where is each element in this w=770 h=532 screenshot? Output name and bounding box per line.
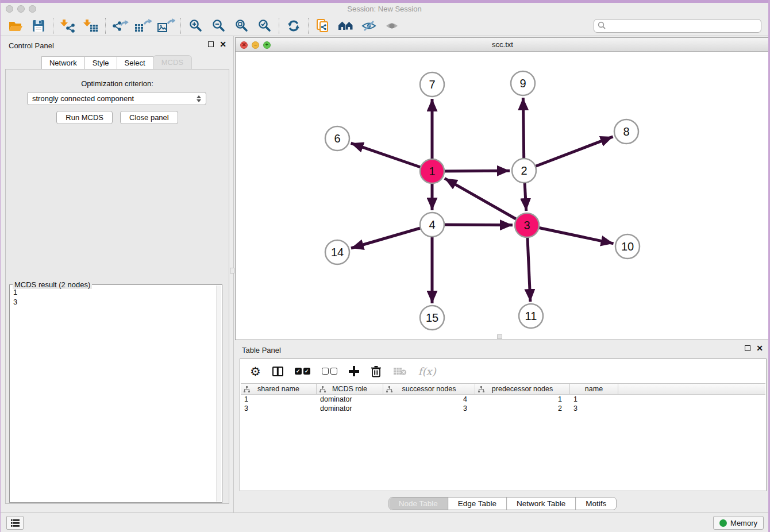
table-cell: 3 bbox=[569, 404, 618, 413]
import-network-button[interactable] bbox=[56, 17, 79, 34]
table-toolbar: ⚙ ✓✓ bbox=[240, 359, 766, 383]
close-window-icon[interactable] bbox=[6, 5, 13, 13]
svg-text:11: 11 bbox=[525, 310, 537, 322]
create-column-icon[interactable] bbox=[349, 366, 359, 376]
tab-style[interactable]: Style bbox=[84, 56, 117, 70]
graph-edge-1-6[interactable] bbox=[351, 143, 432, 171]
open-session-button[interactable] bbox=[4, 17, 27, 34]
tab-network[interactable]: Network bbox=[41, 56, 85, 70]
svg-text:3: 3 bbox=[523, 219, 530, 232]
graph-node-7[interactable]: 7 bbox=[420, 72, 444, 97]
export-table-button[interactable] bbox=[132, 17, 155, 34]
network-window: ✕ – + scc.txt 7968124314101511 bbox=[235, 37, 770, 340]
zoom-in-icon bbox=[188, 18, 203, 33]
tab-mcds[interactable]: MCDS bbox=[153, 55, 192, 70]
column-type-icon bbox=[478, 386, 484, 392]
graph-node-2[interactable]: 2 bbox=[512, 159, 536, 183]
column-header-name[interactable]: name bbox=[570, 384, 618, 394]
table-settings-icon[interactable]: ⚙ bbox=[250, 365, 261, 377]
save-floppy-icon bbox=[32, 19, 45, 33]
graph-node-10[interactable]: 10 bbox=[615, 234, 640, 259]
zoom-selected-button[interactable] bbox=[253, 17, 276, 34]
save-session-button[interactable] bbox=[27, 17, 50, 34]
graph-node-11[interactable]: 11 bbox=[519, 304, 543, 328]
graph-node-4[interactable]: 4 bbox=[420, 213, 444, 237]
close-panel-icon[interactable]: ✕ bbox=[220, 41, 226, 48]
apply-layout-button[interactable] bbox=[282, 17, 305, 34]
svg-text:2: 2 bbox=[521, 164, 527, 177]
column-header-mcds-role[interactable]: MCDS role bbox=[317, 384, 383, 394]
graph-node-14[interactable]: 14 bbox=[325, 240, 349, 264]
memory-button[interactable]: Memory bbox=[713, 516, 764, 530]
svg-text:7: 7 bbox=[429, 78, 435, 91]
zoom-in-button[interactable] bbox=[184, 17, 207, 34]
table-row[interactable]: 3dominator323 bbox=[240, 404, 766, 413]
graph-node-1[interactable]: 1 bbox=[420, 159, 444, 183]
session-titlebar[interactable]: Session: New Session bbox=[1, 3, 768, 16]
graph-node-3[interactable]: 3 bbox=[515, 213, 539, 237]
graph-edge-3-1[interactable] bbox=[445, 178, 527, 225]
tab-node-table[interactable]: Node Table bbox=[389, 498, 448, 510]
graph-node-9[interactable]: 9 bbox=[511, 71, 535, 95]
column-header-successor-nodes[interactable]: successor nodes bbox=[383, 384, 475, 394]
network-zoom-icon[interactable]: + bbox=[263, 41, 271, 49]
import-table-button[interactable] bbox=[79, 17, 102, 34]
network-close-icon[interactable]: ✕ bbox=[240, 41, 248, 49]
toolbar-separator bbox=[180, 18, 181, 34]
table-columns-icon[interactable] bbox=[272, 367, 283, 376]
table-row[interactable]: 1dominator411 bbox=[240, 395, 766, 404]
search-input[interactable] bbox=[606, 21, 757, 30]
graph-node-8[interactable]: 8 bbox=[614, 119, 638, 144]
clone-network-button[interactable] bbox=[311, 17, 334, 34]
tab-select[interactable]: Select bbox=[117, 56, 153, 70]
maximize-window-icon[interactable] bbox=[29, 5, 36, 13]
network-window-titlebar[interactable]: ✕ – + scc.txt bbox=[236, 38, 769, 52]
close-panel-button[interactable]: Close panel bbox=[120, 111, 178, 124]
hide-selected-button[interactable] bbox=[357, 17, 380, 34]
export-table-icon bbox=[134, 18, 152, 33]
zoom-out-icon bbox=[211, 18, 226, 33]
network-canvas[interactable]: 7968124314101511 bbox=[236, 52, 769, 340]
float-table-panel-icon[interactable] bbox=[745, 345, 750, 351]
select-all-columns-icon[interactable]: ✓✓ bbox=[295, 368, 310, 375]
export-image-button[interactable] bbox=[155, 17, 178, 34]
first-neighbors-button[interactable] bbox=[334, 17, 357, 34]
column-type-icon bbox=[319, 386, 326, 392]
column-header-predecessor-nodes[interactable]: predecessor nodes bbox=[475, 384, 570, 394]
control-panel-title: Control Panel bbox=[9, 41, 54, 50]
unselect-all-columns-icon[interactable] bbox=[322, 368, 337, 375]
column-header-shared-name[interactable]: shared name bbox=[241, 384, 317, 394]
export-network-button[interactable] bbox=[109, 17, 132, 34]
canvas-scroll-grip[interactable] bbox=[497, 334, 502, 339]
criterion-dropdown[interactable]: strongly connected component bbox=[27, 92, 206, 105]
svg-text:4: 4 bbox=[429, 218, 435, 231]
graph-edge-2-8[interactable] bbox=[524, 137, 613, 171]
tab-motifs[interactable]: Motifs bbox=[575, 498, 616, 510]
delete-table-icon bbox=[393, 367, 407, 376]
zoom-fit-button[interactable] bbox=[230, 17, 253, 34]
search-field[interactable] bbox=[594, 19, 761, 33]
graph-node-15[interactable]: 15 bbox=[420, 306, 444, 330]
result-scrollbar[interactable] bbox=[216, 286, 221, 502]
float-panel-icon[interactable] bbox=[208, 41, 214, 47]
show-all-button[interactable] bbox=[380, 17, 403, 34]
zoom-out-button[interactable] bbox=[207, 17, 230, 34]
network-minimize-icon[interactable]: – bbox=[252, 41, 259, 49]
minimize-window-icon[interactable] bbox=[17, 5, 25, 13]
graph-node-6[interactable]: 6 bbox=[325, 126, 349, 151]
table-tabs: Node TableEdge TableNetwork TableMotifs bbox=[388, 497, 617, 510]
run-mcds-button[interactable]: Run MCDS bbox=[56, 111, 113, 124]
eye-slash-icon bbox=[361, 19, 376, 33]
table-header-row: shared nameMCDS rolesuccessor nodesprede… bbox=[241, 383, 765, 395]
tab-network-table[interactable]: Network Table bbox=[506, 498, 575, 510]
column-type-icon bbox=[244, 386, 250, 392]
graph-edge-3-10[interactable] bbox=[527, 225, 614, 244]
mcds-result-text[interactable]: 1 3 bbox=[10, 286, 215, 502]
svg-text:15: 15 bbox=[426, 311, 438, 324]
splitter-handle[interactable] bbox=[230, 268, 234, 273]
close-table-panel-icon[interactable]: ✕ bbox=[756, 345, 763, 352]
delete-column-icon[interactable] bbox=[371, 365, 382, 377]
toolbar-separator bbox=[105, 18, 106, 34]
task-history-button[interactable] bbox=[6, 516, 24, 530]
tab-edge-table[interactable]: Edge Table bbox=[448, 498, 506, 510]
